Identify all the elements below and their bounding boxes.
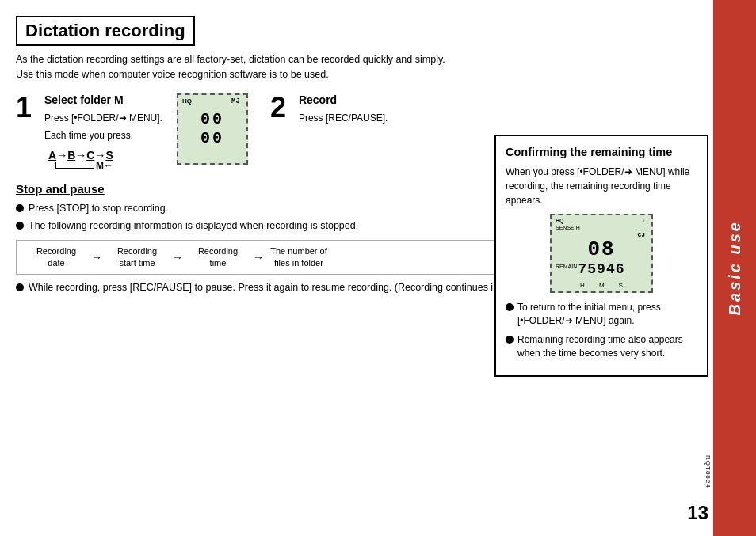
- step1-press: Press [•FOLDER/➜ MENU].: [44, 111, 162, 125]
- bullet1-dot: [16, 204, 24, 212]
- step2-number: 2: [270, 93, 292, 122]
- rqt-code: RQT8824: [704, 455, 712, 488]
- rec-col-time: Recordingtime: [186, 245, 250, 270]
- step1-each: Each time you press.: [44, 128, 162, 143]
- subtitle: As the dictation recording settings are …: [16, 52, 697, 82]
- lcd-c-remain: REMAIN: [556, 264, 577, 269]
- rec-col-date: Recordingdate: [25, 245, 88, 270]
- bullet3-dot: [16, 283, 24, 291]
- lcd-display-1: HQ MJ 00 00: [177, 93, 248, 165]
- rec-arrow2: →: [172, 251, 183, 264]
- sidebar-right: Basic use: [713, 0, 756, 536]
- step1-number: 1: [16, 93, 38, 122]
- flow-a: A: [48, 149, 56, 162]
- page-number: 13: [687, 502, 708, 524]
- step2-press: Press [REC/PAUSE].: [299, 111, 402, 125]
- step2: 2 Record Press [REC/PAUSE].: [270, 93, 402, 128]
- lcd-c-top: HQ: [556, 218, 564, 223]
- confirm-bullet1: To return to the initial menu, press [•F…: [506, 301, 697, 329]
- confirm-bullet2-dot: [506, 336, 514, 344]
- lcd-c-cj: CJ: [637, 231, 645, 238]
- lcd1-top-label: HQ: [182, 97, 192, 105]
- flow-m: M←: [96, 160, 113, 171]
- step1: 1 Select folder M Press [•FOLDER/➜ MENU]…: [16, 93, 162, 171]
- confirm-title: Confirming the remaining time: [506, 146, 697, 158]
- lcd-c-bottom-digits: 75946: [578, 261, 624, 277]
- rec-arrow1: →: [91, 251, 102, 264]
- confirm-box: Confirming the remaining time When you p…: [494, 135, 708, 377]
- lcd1-digits: 00 00: [200, 110, 224, 148]
- lcd-c-sense: SENSE H: [556, 225, 580, 230]
- sidebar-label: Basic use: [726, 220, 744, 315]
- confirm-bullet1-dot: [506, 303, 514, 311]
- rec-col-start: Recordingstart time: [105, 245, 169, 270]
- lcd-confirm: HQ □ SENSE H CJ REMAIN 08 75946 H M S: [550, 214, 653, 293]
- confirm-text1: When you press [•FOLDER/➜ MENU] while re…: [506, 165, 697, 207]
- lcd1-line2: 00: [200, 129, 224, 148]
- hms-m: M: [599, 282, 605, 289]
- flow-diagram: A → B → C → S M←: [48, 149, 162, 171]
- page-title: Dictation recording: [25, 21, 185, 41]
- step1-title: Select folder M: [44, 93, 162, 106]
- rec-arrow3: →: [253, 251, 264, 264]
- lcd-c-main-digits: 08: [587, 238, 615, 261]
- hms-h: H: [580, 282, 585, 289]
- hms-s: S: [619, 282, 623, 289]
- step1-content: Select folder M Press [•FOLDER/➜ MENU]. …: [44, 93, 162, 171]
- lcd1-line1: 00: [200, 110, 224, 129]
- flow-c: C: [86, 149, 94, 162]
- confirm-bullet2: Remaining recording time also appears wh…: [506, 333, 697, 361]
- flow-arrow2: →: [75, 149, 86, 162]
- bullet2-dot: [16, 222, 24, 230]
- flow-arrow1: →: [56, 149, 67, 162]
- lcd1-top-right: MJ: [231, 97, 240, 105]
- title-box: Dictation recording: [16, 16, 195, 46]
- flow-b: B: [67, 149, 75, 162]
- lcd-c-topright: □: [644, 218, 647, 223]
- flow-row2: M←: [50, 160, 162, 171]
- step2-title: Record: [299, 93, 402, 106]
- lcd-c-hms: H M S: [580, 282, 623, 289]
- rec-col-files: The number offiles in folder: [267, 245, 330, 270]
- step2-content: Record Press [REC/PAUSE].: [299, 93, 402, 128]
